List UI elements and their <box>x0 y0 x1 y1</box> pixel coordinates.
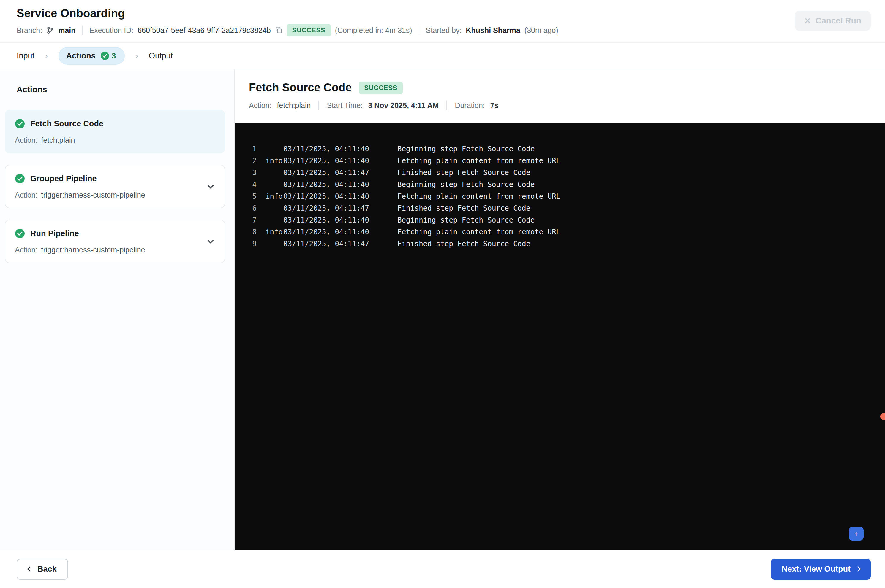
next-button-label: Next: View Output <box>782 565 850 574</box>
tab-input[interactable]: Input <box>17 51 35 60</box>
log-timestamp: 03/11/2025, 04:11:40 <box>283 178 372 190</box>
tab-actions[interactable]: Actions 3 <box>59 47 125 64</box>
log-console: 1 03/11/2025, 04:11:40 Beginning step Fe… <box>235 123 885 550</box>
chevron-right-icon: › <box>135 51 138 60</box>
actions-count: 3 <box>112 51 116 60</box>
tab-output[interactable]: Output <box>149 51 173 60</box>
log-line-number: 7 <box>248 214 257 226</box>
duration-label: Duration: <box>455 101 485 110</box>
log-line-number: 5 <box>248 190 257 202</box>
started-ago-text: (30m ago) <box>524 26 558 35</box>
action-card[interactable]: Grouped Pipeline Action: trigger:harness… <box>5 165 225 208</box>
action-card-subtitle: Action: trigger:harness-custom-pipeline <box>15 191 215 200</box>
log-level <box>265 202 283 214</box>
back-button-label: Back <box>38 565 57 574</box>
page-header: Service Onboarding Branch: main Executio… <box>0 0 885 42</box>
log-message: Fetching plain content from remote URL <box>397 190 560 202</box>
branch-label: Branch: <box>17 26 42 35</box>
log-line: 9 03/11/2025, 04:11:47 Finished step Fet… <box>248 238 885 250</box>
action-value: fetch:plain <box>277 101 311 110</box>
log-timestamp: 03/11/2025, 04:11:40 <box>283 155 372 167</box>
action-label: Action: <box>15 136 38 144</box>
arrow-up-icon: ↑ <box>854 530 859 538</box>
log-line-number: 2 <box>248 155 257 167</box>
log-timestamp: 03/11/2025, 04:11:40 <box>283 143 372 155</box>
log-level: info <box>265 155 283 167</box>
action-label: Action: <box>249 101 271 110</box>
cancel-run-label: Cancel Run <box>816 16 861 26</box>
success-check-icon <box>100 51 109 60</box>
log-line: 8 info 03/11/2025, 04:11:40 Fetching pla… <box>248 226 885 238</box>
duration-value: 7s <box>490 101 499 110</box>
action-label: Action: <box>15 191 38 200</box>
action-card-subtitle: Action: fetch:plain <box>15 136 215 144</box>
log-level <box>265 238 283 250</box>
success-check-icon <box>15 118 25 129</box>
log-message: Beginning step Fetch Source Code <box>397 178 534 190</box>
scroll-to-top-button[interactable]: ↑ <box>849 527 864 540</box>
sidebar-heading: Actions <box>17 85 234 94</box>
log-line: 7 03/11/2025, 04:11:40 Beginning step Fe… <box>248 214 885 226</box>
action-card-title: Fetch Source Code <box>30 119 103 129</box>
next-view-output-button[interactable]: Next: View Output <box>771 559 871 580</box>
action-value: fetch:plain <box>41 136 75 144</box>
action-card[interactable]: Run Pipeline Action: trigger:harness-cus… <box>5 219 225 263</box>
cancel-run-button[interactable]: ✕ Cancel Run <box>795 10 871 31</box>
chevron-right-icon <box>855 566 862 573</box>
log-timestamp: 03/11/2025, 04:11:40 <box>283 190 372 202</box>
start-time-value: 3 Nov 2025, 4:11 AM <box>368 101 439 110</box>
log-message: Finished step Fetch Source Code <box>397 202 530 214</box>
divider <box>419 26 419 35</box>
action-label: Action: <box>15 246 38 254</box>
back-button[interactable]: Back <box>17 559 68 580</box>
status-badge: SUCCESS <box>287 24 331 36</box>
log-line: 3 03/11/2025, 04:11:47 Finished step Fet… <box>248 167 885 178</box>
action-detail-panel: Fetch Source Code SUCCESS Action: fetch:… <box>235 69 885 550</box>
log-line-number: 1 <box>248 143 257 155</box>
action-value: trigger:harness-custom-pipeline <box>41 246 145 254</box>
service-onboarding-page: Service Onboarding Branch: main Executio… <box>0 0 885 588</box>
branch-name: main <box>58 26 75 35</box>
log-line: 2 info 03/11/2025, 04:11:40 Fetching pla… <box>248 155 885 167</box>
log-level: info <box>265 190 283 202</box>
log-message: Finished step Fetch Source Code <box>397 167 530 178</box>
chevron-down-icon[interactable] <box>206 182 215 191</box>
action-status-badge: SUCCESS <box>359 82 403 94</box>
action-card[interactable]: Fetch Source Code Action: fetch:plain <box>5 110 225 153</box>
success-check-icon <box>15 174 25 184</box>
log-timestamp: 03/11/2025, 04:11:40 <box>283 226 372 238</box>
success-check-icon <box>15 228 25 238</box>
execution-id-label: Execution ID: <box>89 26 134 35</box>
log-timestamp: 03/11/2025, 04:11:47 <box>283 167 372 178</box>
chevron-left-icon <box>26 566 33 573</box>
log-line-number: 8 <box>248 226 257 238</box>
action-card-title: Run Pipeline <box>30 229 79 238</box>
log-message: Fetching plain content from remote URL <box>397 226 560 238</box>
copy-icon[interactable] <box>275 26 283 34</box>
action-detail-title: Fetch Source Code <box>249 81 352 94</box>
log-line: 4 03/11/2025, 04:11:40 Beginning step Fe… <box>248 178 885 190</box>
action-card-title: Grouped Pipeline <box>30 174 97 183</box>
log-timestamp: 03/11/2025, 04:11:47 <box>283 238 372 250</box>
close-icon: ✕ <box>804 16 811 26</box>
log-line-number: 6 <box>248 202 257 214</box>
log-level <box>265 214 283 226</box>
completed-in-text: (Completed in: 4m 31s) <box>335 26 412 35</box>
log-line: 5 info 03/11/2025, 04:11:40 Fetching pla… <box>248 190 885 202</box>
log-message: Fetching plain content from remote URL <box>397 155 560 167</box>
page-footer: Back Next: View Output <box>0 550 885 588</box>
chevron-down-icon[interactable] <box>206 237 215 246</box>
log-timestamp: 03/11/2025, 04:11:40 <box>283 214 372 226</box>
log-line: 1 03/11/2025, 04:11:40 Beginning step Fe… <box>248 143 885 155</box>
content-area: Actions Fetch Source Code Action: fetch:… <box>0 69 885 550</box>
action-detail-meta: Action: fetch:plain Start Time: 3 Nov 20… <box>249 100 871 110</box>
notification-dot <box>880 413 885 420</box>
page-title: Service Onboarding <box>17 7 871 20</box>
log-message: Finished step Fetch Source Code <box>397 238 530 250</box>
log-level <box>265 143 283 155</box>
log-message: Beginning step Fetch Source Code <box>397 214 534 226</box>
log-message: Beginning step Fetch Source Code <box>397 143 534 155</box>
log-level <box>265 167 283 178</box>
execution-id-value: 660f50a7-5eef-43a6-9ff7-2a2179c3824b <box>137 26 271 35</box>
tab-actions-label: Actions <box>66 51 96 60</box>
